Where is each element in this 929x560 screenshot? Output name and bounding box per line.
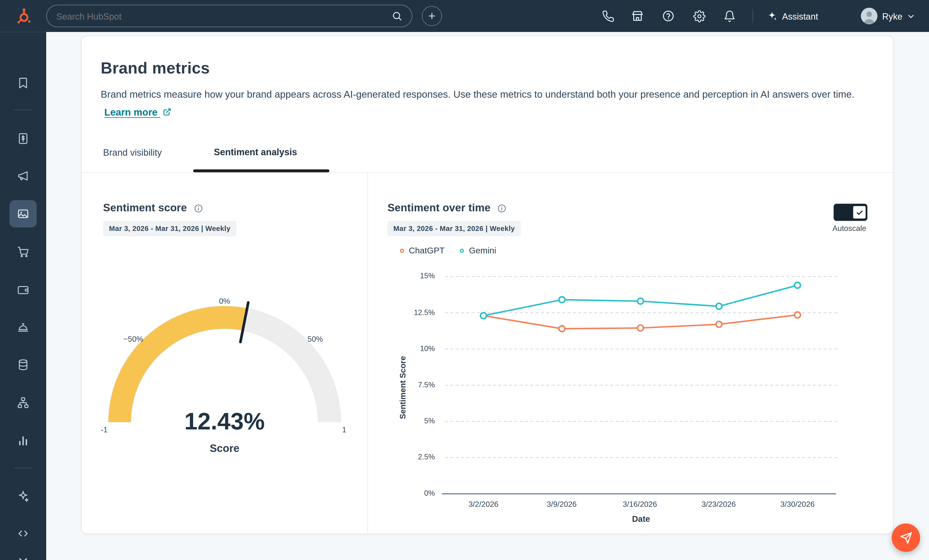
y-tick: 12.5% (388, 309, 435, 317)
description-text: Brand metrics measure how your brand app… (101, 89, 854, 99)
nav-divider (753, 9, 753, 23)
sidebar-item-payments[interactable] (16, 282, 30, 297)
tabs-divider (82, 172, 893, 173)
x-tick: 3/2/2026 (454, 500, 513, 509)
tab-sentiment-analysis[interactable]: Sentiment analysis (214, 147, 297, 158)
storefront-icon (631, 9, 644, 23)
bell-icon (723, 10, 736, 22)
chevron-down-icon (17, 554, 30, 560)
legend-swatch (400, 248, 404, 252)
y-axis-title: Sentiment Score (399, 343, 408, 432)
bookmark-icon (17, 77, 30, 89)
ledger-icon (17, 132, 30, 145)
sidebar-item-reporting[interactable] (16, 433, 30, 448)
user-name: Ryke (882, 11, 903, 21)
sidebar-item-commerce[interactable] (16, 245, 30, 259)
code-icon (17, 527, 30, 540)
legend-swatch (460, 248, 464, 252)
assistant-button[interactable]: Assistant (767, 8, 818, 24)
gauge-score-label: Score (147, 442, 302, 454)
info-icon[interactable] (193, 203, 203, 213)
cart-icon (17, 245, 30, 258)
gauge-tick-top: 0% (207, 297, 242, 306)
autoscale-knob (852, 205, 867, 220)
top-nav: Assistant Ryke (0, 0, 929, 32)
active-tab-underline (193, 169, 329, 172)
sidebar-item-crm[interactable] (16, 132, 30, 146)
x-tick: 3/30/2026 (768, 500, 827, 509)
sidebar-item-developer[interactable] (16, 526, 30, 541)
sidebar-divider (14, 110, 32, 110)
wallet-icon (17, 283, 30, 296)
sidebar-item-marketing[interactable] (16, 169, 30, 183)
settings-button[interactable] (692, 9, 706, 23)
sidebar-item-content[interactable] (16, 207, 30, 221)
assistant-label: Assistant (782, 11, 818, 21)
notifications-button[interactable] (722, 9, 736, 23)
gauge-tick-left: −50% (116, 335, 151, 344)
assistant-fab[interactable] (892, 523, 920, 552)
workflow-icon (17, 396, 30, 409)
chart-legend: ChatGPT Gemini (400, 246, 496, 255)
sidebar-item-service[interactable] (16, 320, 30, 335)
hubspot-logo[interactable] (15, 8, 32, 24)
megaphone-icon (17, 169, 30, 182)
sidebar-item-bookmarks[interactable] (16, 76, 30, 90)
service-bell-icon (17, 321, 30, 334)
search-bar[interactable] (46, 5, 412, 28)
y-tick: 7.5% (388, 381, 435, 389)
legend-item-gemini[interactable]: Gemini (460, 246, 496, 255)
y-tick: 2.5% (388, 453, 435, 461)
page-description: Brand metrics measure how your brand app… (101, 85, 862, 121)
account-menu[interactable]: Ryke (861, 7, 915, 24)
gauge-tick-max: 1 (335, 426, 353, 434)
sentiment-score-date-badge: Mar 3, 2026 - Mar 31, 2026 | Weekly (103, 221, 236, 236)
hubspot-sprocket-icon (15, 8, 32, 24)
info-icon[interactable] (497, 203, 507, 213)
calling-button[interactable] (601, 9, 615, 23)
page-title: Brand metrics (101, 59, 210, 78)
sentiment-score-header: Sentiment score (103, 202, 203, 214)
learn-more-link[interactable]: Learn more (104, 107, 172, 117)
sentiment-over-time-header: Sentiment over time (388, 202, 507, 214)
send-icon (900, 531, 912, 544)
sidebar-item-automations[interactable] (16, 396, 30, 410)
phone-icon (602, 10, 614, 22)
question-circle-icon (662, 9, 675, 23)
database-icon (17, 358, 30, 372)
gauge-value: 12.43% (147, 408, 302, 435)
sentiment-over-time-date-badge: Mar 3, 2026 - Mar 31, 2026 | Weekly (388, 221, 521, 236)
search-icon (392, 11, 402, 21)
sidebar-collapse-button[interactable] (16, 553, 30, 560)
y-tick: 10% (388, 344, 435, 353)
media-icon (17, 207, 30, 220)
legend-label: ChatGPT (409, 246, 445, 255)
legend-item-chatgpt[interactable]: ChatGPT (400, 246, 445, 255)
search-input[interactable] (57, 11, 392, 21)
gauge-tick-min: -1 (95, 426, 113, 434)
sidebar-item-data[interactable] (16, 358, 30, 372)
brand-metrics-card: Brand metrics Brand metrics measure how … (81, 35, 894, 534)
autoscale-label: Autoscale (832, 224, 866, 233)
bar-chart-icon (17, 434, 30, 447)
help-button[interactable] (661, 9, 676, 23)
checkmark-icon (855, 208, 863, 216)
create-button[interactable] (422, 6, 442, 26)
marketplace-button[interactable] (630, 9, 645, 23)
main-content: Brand metrics Brand metrics measure how … (46, 32, 929, 560)
sidebar-item-breeze[interactable] (16, 489, 30, 503)
x-axis-title: Date (611, 514, 671, 523)
avatar-person-icon (861, 8, 877, 24)
gear-icon (693, 10, 705, 22)
legend-label: Gemini (469, 246, 496, 255)
tab-brand-visibility[interactable]: Brand visibility (103, 147, 162, 158)
panel-divider (367, 173, 368, 534)
y-tick: 15% (388, 272, 435, 280)
avatar (861, 8, 877, 24)
sidebar-divider (14, 468, 32, 468)
autoscale-toggle[interactable] (834, 203, 868, 221)
sparkle-icon (17, 490, 30, 503)
external-link-icon (163, 108, 172, 116)
sentiment-over-time-title: Sentiment over time (388, 202, 491, 214)
sparkle-icon (767, 11, 777, 21)
